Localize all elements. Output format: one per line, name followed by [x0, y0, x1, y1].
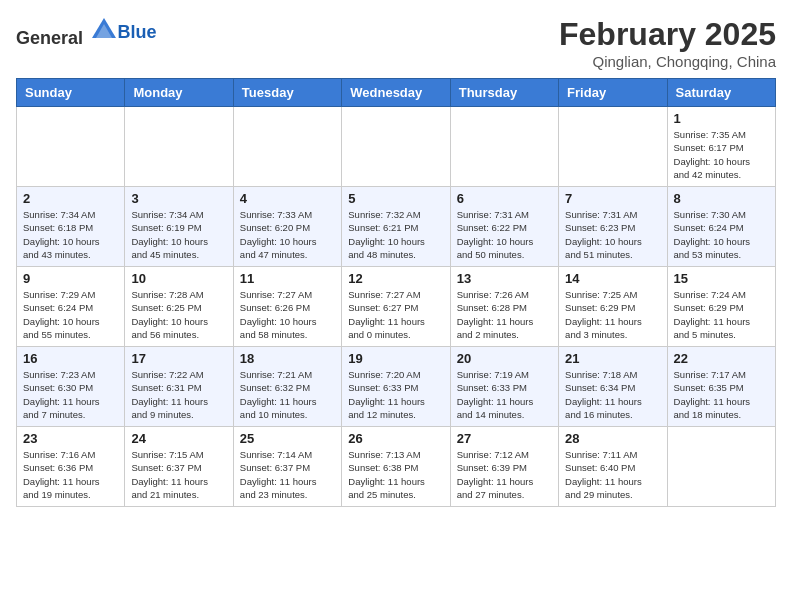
day-number: 15	[674, 271, 769, 286]
day-info: Sunrise: 7:34 AM Sunset: 6:18 PM Dayligh…	[23, 208, 118, 261]
calendar-cell: 5Sunrise: 7:32 AM Sunset: 6:21 PM Daylig…	[342, 187, 450, 267]
calendar-cell: 18Sunrise: 7:21 AM Sunset: 6:32 PM Dayli…	[233, 347, 341, 427]
day-number: 9	[23, 271, 118, 286]
day-number: 11	[240, 271, 335, 286]
day-number: 25	[240, 431, 335, 446]
logo: General Blue	[16, 16, 157, 49]
calendar-cell	[667, 427, 775, 507]
day-number: 17	[131, 351, 226, 366]
day-info: Sunrise: 7:28 AM Sunset: 6:25 PM Dayligh…	[131, 288, 226, 341]
calendar: SundayMondayTuesdayWednesdayThursdayFrid…	[16, 78, 776, 507]
logo-icon	[90, 16, 118, 44]
calendar-cell: 17Sunrise: 7:22 AM Sunset: 6:31 PM Dayli…	[125, 347, 233, 427]
day-number: 4	[240, 191, 335, 206]
day-info: Sunrise: 7:33 AM Sunset: 6:20 PM Dayligh…	[240, 208, 335, 261]
calendar-cell: 20Sunrise: 7:19 AM Sunset: 6:33 PM Dayli…	[450, 347, 558, 427]
day-info: Sunrise: 7:21 AM Sunset: 6:32 PM Dayligh…	[240, 368, 335, 421]
day-info: Sunrise: 7:34 AM Sunset: 6:19 PM Dayligh…	[131, 208, 226, 261]
calendar-cell: 21Sunrise: 7:18 AM Sunset: 6:34 PM Dayli…	[559, 347, 667, 427]
calendar-cell: 12Sunrise: 7:27 AM Sunset: 6:27 PM Dayli…	[342, 267, 450, 347]
day-info: Sunrise: 7:31 AM Sunset: 6:23 PM Dayligh…	[565, 208, 660, 261]
day-info: Sunrise: 7:12 AM Sunset: 6:39 PM Dayligh…	[457, 448, 552, 501]
logo-general-text: General	[16, 28, 83, 48]
title-area: February 2025 Qinglian, Chongqing, China	[559, 16, 776, 70]
weekday-header: Wednesday	[342, 79, 450, 107]
day-number: 18	[240, 351, 335, 366]
calendar-week-row: 16Sunrise: 7:23 AM Sunset: 6:30 PM Dayli…	[17, 347, 776, 427]
calendar-cell: 26Sunrise: 7:13 AM Sunset: 6:38 PM Dayli…	[342, 427, 450, 507]
calendar-cell	[559, 107, 667, 187]
day-info: Sunrise: 7:16 AM Sunset: 6:36 PM Dayligh…	[23, 448, 118, 501]
day-number: 20	[457, 351, 552, 366]
header: General Blue February 2025 Qinglian, Cho…	[16, 16, 776, 70]
day-number: 6	[457, 191, 552, 206]
day-number: 23	[23, 431, 118, 446]
calendar-cell: 25Sunrise: 7:14 AM Sunset: 6:37 PM Dayli…	[233, 427, 341, 507]
calendar-cell: 23Sunrise: 7:16 AM Sunset: 6:36 PM Dayli…	[17, 427, 125, 507]
day-number: 21	[565, 351, 660, 366]
day-info: Sunrise: 7:31 AM Sunset: 6:22 PM Dayligh…	[457, 208, 552, 261]
calendar-cell: 13Sunrise: 7:26 AM Sunset: 6:28 PM Dayli…	[450, 267, 558, 347]
weekday-header: Tuesday	[233, 79, 341, 107]
day-number: 8	[674, 191, 769, 206]
day-number: 7	[565, 191, 660, 206]
day-info: Sunrise: 7:29 AM Sunset: 6:24 PM Dayligh…	[23, 288, 118, 341]
location-title: Qinglian, Chongqing, China	[559, 53, 776, 70]
day-info: Sunrise: 7:24 AM Sunset: 6:29 PM Dayligh…	[674, 288, 769, 341]
weekday-header-row: SundayMondayTuesdayWednesdayThursdayFrid…	[17, 79, 776, 107]
day-number: 1	[674, 111, 769, 126]
calendar-cell: 16Sunrise: 7:23 AM Sunset: 6:30 PM Dayli…	[17, 347, 125, 427]
day-number: 3	[131, 191, 226, 206]
day-info: Sunrise: 7:13 AM Sunset: 6:38 PM Dayligh…	[348, 448, 443, 501]
calendar-cell: 8Sunrise: 7:30 AM Sunset: 6:24 PM Daylig…	[667, 187, 775, 267]
calendar-cell: 6Sunrise: 7:31 AM Sunset: 6:22 PM Daylig…	[450, 187, 558, 267]
day-info: Sunrise: 7:27 AM Sunset: 6:26 PM Dayligh…	[240, 288, 335, 341]
calendar-cell: 9Sunrise: 7:29 AM Sunset: 6:24 PM Daylig…	[17, 267, 125, 347]
calendar-cell: 27Sunrise: 7:12 AM Sunset: 6:39 PM Dayli…	[450, 427, 558, 507]
day-number: 13	[457, 271, 552, 286]
day-number: 22	[674, 351, 769, 366]
calendar-cell: 14Sunrise: 7:25 AM Sunset: 6:29 PM Dayli…	[559, 267, 667, 347]
month-title: February 2025	[559, 16, 776, 53]
day-info: Sunrise: 7:11 AM Sunset: 6:40 PM Dayligh…	[565, 448, 660, 501]
day-number: 14	[565, 271, 660, 286]
day-info: Sunrise: 7:15 AM Sunset: 6:37 PM Dayligh…	[131, 448, 226, 501]
calendar-cell: 4Sunrise: 7:33 AM Sunset: 6:20 PM Daylig…	[233, 187, 341, 267]
weekday-header: Thursday	[450, 79, 558, 107]
calendar-cell: 11Sunrise: 7:27 AM Sunset: 6:26 PM Dayli…	[233, 267, 341, 347]
calendar-cell	[450, 107, 558, 187]
calendar-cell: 22Sunrise: 7:17 AM Sunset: 6:35 PM Dayli…	[667, 347, 775, 427]
day-number: 28	[565, 431, 660, 446]
calendar-week-row: 9Sunrise: 7:29 AM Sunset: 6:24 PM Daylig…	[17, 267, 776, 347]
calendar-cell: 24Sunrise: 7:15 AM Sunset: 6:37 PM Dayli…	[125, 427, 233, 507]
day-info: Sunrise: 7:35 AM Sunset: 6:17 PM Dayligh…	[674, 128, 769, 181]
day-number: 19	[348, 351, 443, 366]
logo-blue-text: Blue	[118, 22, 157, 42]
calendar-cell: 28Sunrise: 7:11 AM Sunset: 6:40 PM Dayli…	[559, 427, 667, 507]
day-info: Sunrise: 7:32 AM Sunset: 6:21 PM Dayligh…	[348, 208, 443, 261]
calendar-cell: 7Sunrise: 7:31 AM Sunset: 6:23 PM Daylig…	[559, 187, 667, 267]
day-info: Sunrise: 7:20 AM Sunset: 6:33 PM Dayligh…	[348, 368, 443, 421]
calendar-cell: 15Sunrise: 7:24 AM Sunset: 6:29 PM Dayli…	[667, 267, 775, 347]
day-number: 12	[348, 271, 443, 286]
calendar-week-row: 1Sunrise: 7:35 AM Sunset: 6:17 PM Daylig…	[17, 107, 776, 187]
day-info: Sunrise: 7:30 AM Sunset: 6:24 PM Dayligh…	[674, 208, 769, 261]
calendar-week-row: 23Sunrise: 7:16 AM Sunset: 6:36 PM Dayli…	[17, 427, 776, 507]
day-number: 10	[131, 271, 226, 286]
day-info: Sunrise: 7:27 AM Sunset: 6:27 PM Dayligh…	[348, 288, 443, 341]
calendar-cell	[233, 107, 341, 187]
day-number: 16	[23, 351, 118, 366]
day-info: Sunrise: 7:26 AM Sunset: 6:28 PM Dayligh…	[457, 288, 552, 341]
day-info: Sunrise: 7:25 AM Sunset: 6:29 PM Dayligh…	[565, 288, 660, 341]
day-info: Sunrise: 7:18 AM Sunset: 6:34 PM Dayligh…	[565, 368, 660, 421]
calendar-cell: 19Sunrise: 7:20 AM Sunset: 6:33 PM Dayli…	[342, 347, 450, 427]
weekday-header: Sunday	[17, 79, 125, 107]
day-number: 5	[348, 191, 443, 206]
day-info: Sunrise: 7:14 AM Sunset: 6:37 PM Dayligh…	[240, 448, 335, 501]
weekday-header: Saturday	[667, 79, 775, 107]
day-info: Sunrise: 7:23 AM Sunset: 6:30 PM Dayligh…	[23, 368, 118, 421]
calendar-cell: 3Sunrise: 7:34 AM Sunset: 6:19 PM Daylig…	[125, 187, 233, 267]
calendar-week-row: 2Sunrise: 7:34 AM Sunset: 6:18 PM Daylig…	[17, 187, 776, 267]
day-info: Sunrise: 7:19 AM Sunset: 6:33 PM Dayligh…	[457, 368, 552, 421]
calendar-cell: 1Sunrise: 7:35 AM Sunset: 6:17 PM Daylig…	[667, 107, 775, 187]
